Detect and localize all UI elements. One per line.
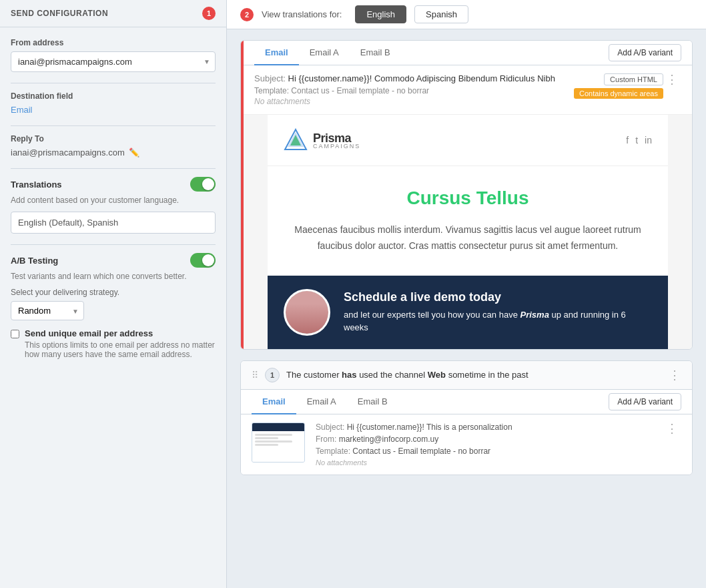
translations-description: Add content based on your customer langu… bbox=[11, 196, 216, 205]
translations-toggle[interactable] bbox=[190, 177, 216, 192]
subject-options-button[interactable]: ⋮ bbox=[663, 73, 681, 85]
unique-email-checkbox[interactable] bbox=[11, 330, 19, 338]
demo-prisma-text: Prisma bbox=[520, 310, 549, 320]
social-icons: f t in bbox=[626, 135, 652, 145]
logo-sub: CAMPAIGNS bbox=[313, 143, 360, 150]
email-detail: Subject: Hi {{customer.name}}! This is a… bbox=[316, 422, 653, 467]
step-4-options-button[interactable]: ⋮ bbox=[669, 369, 681, 381]
drag-handle-step4[interactable]: ⠿ bbox=[252, 370, 258, 380]
step4-from-value: marketing@infocorp.com.uy bbox=[339, 434, 439, 444]
step-4-condition: The customer has used the channel Web so… bbox=[286, 370, 662, 380]
step4-template-value: Contact us - Email template - no borrar bbox=[352, 447, 490, 456]
step-3-content: Email Email A Email B Add A/B variant Su… bbox=[244, 41, 692, 349]
tab-email-step3[interactable]: Email bbox=[254, 41, 299, 65]
edit-reply-to-icon[interactable]: ✏️ bbox=[129, 148, 139, 158]
left-content: From address ▼ Destination field Email R… bbox=[0, 27, 226, 588]
strategy-select-wrapper: Random Sequential ▼ bbox=[11, 301, 84, 320]
tab-email-step4[interactable]: Email bbox=[252, 390, 296, 414]
step-3-tabs-bar: Email Email A Email B Add A/B variant bbox=[244, 41, 692, 65]
step4-subject-label: Subject: bbox=[316, 422, 347, 432]
unique-email-checkbox-row: Send unique email per address This optio… bbox=[11, 328, 216, 359]
step-4-header: ⠿ 1 The customer has used the channel We… bbox=[241, 361, 692, 390]
english-lang-button[interactable]: English bbox=[355, 5, 406, 23]
tab-email-a-step4[interactable]: Email A bbox=[296, 390, 347, 414]
step-4-num: 1 bbox=[265, 368, 280, 382]
condition-suffix: sometime in the past bbox=[448, 370, 528, 380]
ab-testing-group: A/B Testing Test variants and learn whic… bbox=[11, 253, 216, 359]
dynamic-areas-badge: Contains dynamic areas bbox=[574, 88, 663, 99]
demo-avatar bbox=[284, 289, 330, 336]
translations-for-label: View translations for: bbox=[262, 9, 342, 19]
tab-email-b-step3[interactable]: Email B bbox=[350, 41, 401, 65]
subject-value: Hi {{customer.name}}! Commodo Adipiscing… bbox=[288, 73, 555, 83]
preview-title: Cursus Tellus bbox=[294, 188, 641, 209]
step-2-badge: 2 bbox=[240, 8, 254, 21]
no-attachments: No attachments bbox=[254, 97, 574, 106]
step-3-inner: Email Email A Email B Add A/B variant Su… bbox=[241, 41, 692, 349]
add-ab-variant-button-step4[interactable]: Add A/B variant bbox=[609, 393, 681, 410]
step-4-tabs-bar: Email Email A Email B Add A/B variant bbox=[241, 390, 692, 414]
from-address-label: From address bbox=[11, 38, 216, 47]
destination-label: Destination field bbox=[11, 91, 216, 101]
subject-badges: Custom HTML Contains dynamic areas bbox=[574, 73, 663, 99]
ab-testing-toggle[interactable] bbox=[190, 253, 216, 268]
custom-html-badge[interactable]: Custom HTML bbox=[604, 73, 663, 85]
thumb-line-4 bbox=[255, 444, 278, 446]
translations-label: Translations bbox=[11, 180, 62, 190]
template-line: Template: Contact us - Email template - … bbox=[254, 86, 574, 95]
add-ab-variant-button-step3[interactable]: Add A/B variant bbox=[609, 44, 681, 61]
step-3-section: Email Email A Email B Add A/B variant Su… bbox=[240, 40, 693, 350]
thumb-line-3 bbox=[255, 440, 292, 443]
right-panel: 2 View translations for: English Spanish… bbox=[227, 0, 706, 588]
left-panel: SEND CONFIGURATION 1 From address ▼ Dest… bbox=[0, 0, 227, 588]
preview-text: Maecenas faucibus mollis interdum. Vivam… bbox=[294, 222, 641, 254]
step4-from-line: From: marketing@infocorp.com.uy bbox=[316, 434, 653, 444]
subject-content: Subject: Hi {{customer.name}}! Commodo A… bbox=[254, 73, 574, 106]
destination-value[interactable]: Email bbox=[11, 105, 33, 115]
preview-header: Prisma CAMPAIGNS f t in bbox=[268, 115, 668, 166]
ab-testing-toggle-row: A/B Testing bbox=[11, 253, 216, 268]
unique-email-text: Send unique email per address This optio… bbox=[25, 328, 216, 359]
tab-email-a-step3[interactable]: Email A bbox=[299, 41, 350, 65]
subject-row: Subject: Hi {{customer.name}}! Commodo A… bbox=[254, 73, 681, 106]
from-address-group: From address ▼ bbox=[11, 38, 216, 72]
from-address-input-wrapper: ▼ bbox=[11, 51, 216, 72]
left-header: SEND CONFIGURATION 1 bbox=[0, 0, 226, 27]
reply-to-group: Reply To ianai@prismacampaigns.com ✏️ bbox=[11, 134, 216, 158]
spanish-lang-button[interactable]: Spanish bbox=[414, 5, 468, 23]
facebook-icon: f bbox=[626, 135, 629, 145]
preview-logo: Prisma CAMPAIGNS bbox=[284, 128, 360, 152]
template-value: Contact us - Email template - no borrar bbox=[291, 86, 429, 95]
strategy-select[interactable]: Random Sequential bbox=[11, 301, 84, 320]
preview-demo-section: Schedule a live demo today and let our e… bbox=[268, 276, 668, 349]
step-4-section: ⠿ 1 The customer has used the channel We… bbox=[240, 360, 693, 475]
logo-text-group: Prisma CAMPAIGNS bbox=[313, 131, 360, 150]
reply-to-row: ianai@prismacampaigns.com ✏️ bbox=[11, 148, 216, 158]
step-3-subject-area: Subject: Hi {{customer.name}}! Commodo A… bbox=[244, 65, 692, 115]
top-bar: 2 View translations for: English Spanish bbox=[227, 0, 706, 29]
translations-toggle-row: Translations bbox=[11, 177, 216, 192]
send-config-title: SEND CONFIGURATION bbox=[11, 9, 108, 18]
demo-body-1: and let our experts tell you how you can… bbox=[344, 310, 518, 320]
condition-has: has bbox=[342, 370, 356, 380]
subject-line: Subject: Hi {{customer.name}}! Commodo A… bbox=[254, 73, 574, 83]
email-with-thumb: Subject: Hi {{customer.name}}! This is a… bbox=[241, 414, 692, 475]
ab-testing-description: Test variants and learn which one conver… bbox=[11, 272, 216, 281]
step4-email-options-button[interactable]: ⋮ bbox=[663, 422, 681, 434]
linkedin-icon: in bbox=[645, 135, 652, 145]
step4-subject-value: Hi {{customer.name}}! This is a personal… bbox=[347, 422, 512, 432]
thumb-body bbox=[252, 431, 304, 462]
step4-from-label: From: bbox=[316, 434, 339, 444]
thumb-header-bar bbox=[252, 423, 304, 431]
reply-to-label: Reply To bbox=[11, 134, 216, 143]
condition-mid: used the channel bbox=[359, 370, 428, 380]
tab-email-b-step4[interactable]: Email B bbox=[347, 390, 398, 414]
step4-template-label: Template: bbox=[316, 447, 352, 456]
main-scroll-area: Email Email A Email B Add A/B variant Su… bbox=[227, 29, 706, 588]
demo-title: Schedule a live demo today bbox=[344, 290, 652, 304]
from-address-input[interactable] bbox=[11, 51, 216, 72]
template-label: Template: bbox=[254, 86, 291, 95]
translations-group: Translations Add content based on your c… bbox=[11, 177, 216, 234]
preview-body: Cursus Tellus Maecenas faucibus mollis i… bbox=[268, 166, 668, 276]
email-preview: Prisma CAMPAIGNS f t in bbox=[244, 115, 692, 349]
